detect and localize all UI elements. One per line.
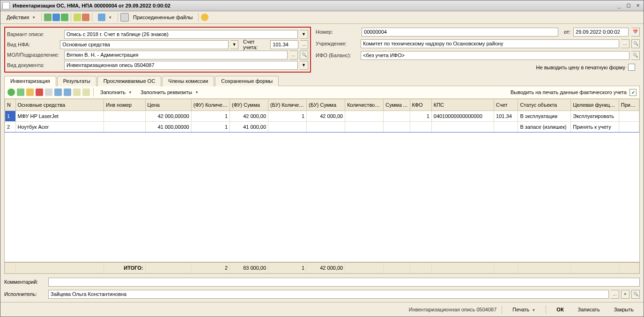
copy-row-icon[interactable] bbox=[17, 88, 24, 96]
grid-toolbar: Заполнить▼ Заполнить реквизиты▼ Выводить… bbox=[5, 86, 639, 99]
tab-strip: Инвентаризация Результаты Прослеживаемые… bbox=[0, 75, 644, 86]
tab-results[interactable]: Результаты bbox=[57, 76, 96, 86]
nfa-dropdown[interactable]: ▼ bbox=[230, 40, 238, 49]
structure-icon[interactable] bbox=[82, 14, 89, 21]
col-header[interactable]: Целевая функци... bbox=[571, 99, 619, 111]
label-comment: Комментарий: bbox=[4, 279, 46, 285]
label-print-fact: Выводить на печать данные фактического у… bbox=[511, 89, 627, 95]
add-row-icon[interactable] bbox=[7, 88, 15, 96]
label-mol: МОЛ/Подразделение: bbox=[7, 52, 62, 58]
col-header[interactable]: Цена bbox=[145, 99, 191, 111]
inventory-grid[interactable]: NОсновные средстваИнв номерЦена(ФУ) Коли… bbox=[5, 99, 639, 133]
close-button[interactable]: Закрыть bbox=[609, 305, 639, 314]
col-header[interactable]: (ФУ) Количес... bbox=[191, 99, 229, 111]
label-nfa: Вид НФА: bbox=[7, 42, 58, 47]
maximize-button[interactable]: □ bbox=[625, 2, 632, 9]
label-opis: Вариант описи: bbox=[7, 31, 62, 37]
status-doc-link[interactable]: Инвентаризационная опись 0504087 bbox=[409, 307, 497, 312]
ok-button[interactable]: ОК bbox=[551, 305, 569, 314]
mol-open[interactable]: 🔍 bbox=[300, 51, 308, 59]
acct-input[interactable]: 101.34 bbox=[270, 40, 298, 49]
goto-menu[interactable]: ▼ bbox=[95, 12, 115, 22]
status-bar: Инвентаризационная опись 0504087 Печать … bbox=[0, 302, 644, 317]
num-input[interactable]: 00000004 bbox=[362, 28, 558, 37]
fill-requisites-menu[interactable]: Заполнить реквизиты▼ bbox=[137, 88, 202, 96]
col-header[interactable]: (БУ) Сумма bbox=[307, 99, 345, 111]
print-button[interactable]: Печать ▼ bbox=[507, 305, 540, 314]
col-header[interactable]: КФО bbox=[410, 99, 431, 111]
date-picker[interactable]: 📅 bbox=[631, 28, 640, 37]
comment-input[interactable] bbox=[48, 278, 640, 287]
save-button[interactable]: Записать bbox=[573, 305, 605, 314]
col-header[interactable]: Счет bbox=[494, 99, 518, 111]
col-header[interactable]: Сумма ... bbox=[384, 99, 410, 111]
print-fact-checkbox[interactable]: ✔ bbox=[629, 89, 637, 96]
col-header[interactable]: Прим... bbox=[619, 99, 639, 111]
label-acct: Счет учета: bbox=[243, 39, 268, 50]
help-icon[interactable] bbox=[201, 14, 208, 21]
exec-select[interactable]: … bbox=[611, 290, 619, 299]
settings-icon[interactable] bbox=[45, 88, 52, 96]
col-header[interactable]: N bbox=[5, 99, 16, 111]
opis-input[interactable]: Опись с 2018 г. Счет в таблице (26 знако… bbox=[64, 30, 298, 39]
exec-input[interactable]: Зайцева Ольга Константиновна bbox=[48, 290, 609, 299]
col-header[interactable]: КПС bbox=[431, 99, 494, 111]
doc-icon bbox=[2, 2, 10, 9]
label-org: Учреждение: bbox=[316, 41, 359, 46]
no-print-price-checkbox[interactable] bbox=[628, 64, 635, 71]
titlebar: Инвентаризация ОС, НМА, НПА 00000004 от … bbox=[0, 0, 644, 11]
acct-select[interactable]: … bbox=[300, 40, 308, 49]
tab-saved-forms[interactable]: Сохраненные формы bbox=[215, 76, 279, 86]
mol-select[interactable]: … bbox=[289, 51, 298, 59]
col-header[interactable]: Количество н... bbox=[345, 99, 384, 111]
opis-dropdown[interactable]: ▼ bbox=[300, 30, 308, 39]
actions-menu[interactable]: Действия▼ bbox=[3, 13, 39, 22]
col-header[interactable]: Статус объекта bbox=[518, 99, 571, 111]
move-down-icon[interactable] bbox=[64, 88, 71, 96]
exec-open[interactable]: 🔍 bbox=[631, 290, 640, 299]
attached-files-button[interactable]: Присоединенные файлы bbox=[130, 13, 196, 22]
col-header[interactable]: Инв номер bbox=[104, 99, 145, 111]
org-open[interactable]: 🔍 bbox=[631, 39, 640, 48]
doc-dropdown[interactable]: ▼ bbox=[300, 61, 308, 70]
edit-row-icon[interactable] bbox=[26, 88, 34, 96]
exec-clear[interactable]: × bbox=[621, 290, 629, 299]
minimize-button[interactable]: _ bbox=[615, 2, 623, 9]
org-input[interactable]: Комитет по техническому надзору по Осано… bbox=[361, 39, 619, 48]
report-icon[interactable] bbox=[120, 13, 129, 22]
sort-asc-icon[interactable] bbox=[73, 88, 81, 96]
label-num: Номер: bbox=[316, 29, 359, 35]
col-header[interactable]: Основные средства bbox=[15, 99, 104, 111]
mol-input[interactable]: Вяткин В. Н. - Администрация bbox=[64, 51, 288, 59]
move-up-icon[interactable] bbox=[54, 88, 62, 96]
nfa-input[interactable]: Основные средства bbox=[60, 40, 229, 49]
totals-row: ИТОГО: 283 000,00 142 000,00 bbox=[5, 262, 639, 273]
org-select[interactable]: … bbox=[621, 39, 629, 48]
basis-icon[interactable] bbox=[74, 14, 81, 21]
table-row[interactable]: 2Ноутбук Acer41 000,00000141 000,00В зап… bbox=[5, 122, 639, 133]
tab-commission[interactable]: Члены комиссии bbox=[162, 76, 214, 86]
date-input[interactable]: 29.09.2022 0:00:02 bbox=[573, 28, 629, 37]
delete-row-icon[interactable] bbox=[36, 88, 43, 96]
col-header[interactable]: (БУ) Количест... bbox=[268, 99, 307, 111]
post-icon[interactable] bbox=[61, 14, 68, 21]
sort-desc-icon[interactable] bbox=[82, 88, 90, 96]
refresh-icon[interactable] bbox=[52, 14, 60, 21]
tab-inventory[interactable]: Инвентаризация bbox=[4, 76, 56, 86]
window-title: Инвентаризация ОС, НМА, НПА 00000004 от … bbox=[13, 3, 614, 8]
tab-traceable[interactable]: Прослеживаемые ОС bbox=[97, 76, 162, 86]
ifo-input[interactable]: <без учета ИФО> bbox=[361, 51, 629, 60]
label-from: от: bbox=[564, 29, 570, 35]
ifo-open[interactable]: 🔍 bbox=[631, 51, 640, 60]
label-no-print-price: Не выводить цену в печатную форму bbox=[536, 65, 625, 70]
label-ifo: ИФО (Баланс): bbox=[316, 52, 359, 58]
main-toolbar: Действия▼ ▼ Присоединенные файлы bbox=[0, 11, 644, 24]
col-header[interactable]: (ФУ) Сумма bbox=[230, 99, 268, 111]
close-window-button[interactable]: ✕ bbox=[634, 2, 642, 9]
save-icon[interactable] bbox=[44, 14, 52, 21]
doc-input[interactable]: Инвентаризационная опись 0504087 bbox=[64, 61, 298, 70]
label-doc: Вид документа: bbox=[7, 62, 62, 68]
label-exec: Исполнитель: bbox=[4, 291, 46, 297]
fill-menu[interactable]: Заполнить▼ bbox=[97, 88, 135, 96]
table-row[interactable]: 1МФУ HP LaserJet42 000,00000142 000,0014… bbox=[5, 111, 639, 122]
